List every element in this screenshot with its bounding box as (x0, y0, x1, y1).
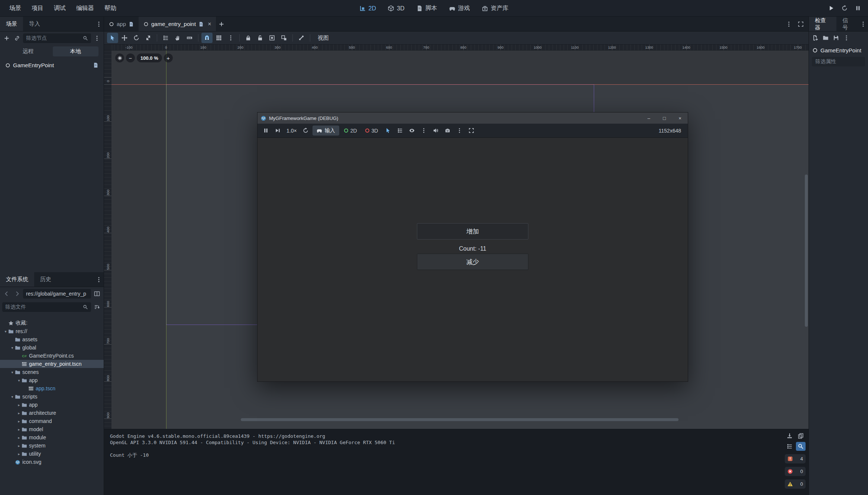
filter-files-input[interactable]: 筛选文件 (2, 302, 91, 312)
tree-arrow[interactable]: ▸ (16, 436, 22, 440)
select-tool-button[interactable] (107, 33, 118, 43)
tree-arrow[interactable]: ▸ (16, 444, 22, 448)
restart-button[interactable] (839, 3, 850, 13)
output-search-button[interactable] (796, 442, 806, 451)
tree-arrow[interactable]: ▾ (10, 370, 15, 374)
fs-tree-item[interactable]: ▸module (0, 433, 104, 442)
fs-tree-item[interactable]: ▸model (0, 425, 104, 433)
tree-arrow[interactable]: ▾ (16, 378, 22, 382)
game-visibility-button[interactable] (407, 126, 417, 136)
tree-arrow[interactable]: ▸ (16, 411, 22, 415)
scene-dock-menu-button[interactable] (94, 19, 104, 29)
tree-arrow[interactable]: ▸ (16, 419, 22, 423)
toggle-split-mode-button[interactable] (93, 289, 101, 298)
time-scale-selector[interactable]: 1.0× (284, 128, 299, 134)
add-scene-tab-button[interactable] (216, 19, 227, 29)
lock-selected-button[interactable] (243, 33, 254, 43)
filesystem-dock-menu-button[interactable] (94, 275, 104, 284)
game-selection-options-button[interactable] (418, 126, 429, 136)
output-warning-badge[interactable]: 0 (785, 479, 806, 489)
scene-tab-list-button[interactable] (783, 19, 794, 29)
canvas-vertical-scrollbar[interactable] (805, 175, 808, 327)
window-minimize-button[interactable]: – (641, 113, 657, 124)
camera-override-button[interactable] (442, 126, 453, 136)
workspace-tab[interactable]: 脚本 (411, 2, 442, 14)
scene-dock-tab[interactable]: 导入 (23, 17, 46, 31)
canvas-horizontal-scrollbar[interactable] (241, 418, 678, 421)
input-mode-button[interactable]: 输入 (312, 126, 339, 136)
smart-snap-toggle[interactable] (201, 33, 213, 43)
tree-arrow[interactable]: ▸ (16, 427, 22, 432)
snap-options-button[interactable] (225, 33, 236, 43)
fs-tree-item[interactable]: ▾global (0, 343, 104, 352)
fs-tree-item[interactable]: ▸utility (0, 450, 104, 458)
2d-viewport-canvas[interactable]: − 100.0 % + MyGFrameworkGame (DEBUG) – □… (111, 51, 809, 429)
fs-tree-item[interactable]: ▸app (0, 401, 104, 409)
fs-tree-item[interactable]: game_entry_point.tscn (0, 360, 104, 368)
output-message-badge[interactable]: 4 (785, 454, 806, 463)
inspector-dock-tab[interactable]: 信号 (836, 17, 859, 31)
ruler-tool-button[interactable] (184, 33, 195, 43)
menu-item[interactable]: 调试 (49, 3, 71, 14)
3d-mode-button[interactable]: 3D (362, 126, 382, 136)
fs-tree-item[interactable]: icon.svg (0, 458, 104, 466)
reset-speed-button[interactable] (301, 126, 311, 136)
resource-options-button[interactable] (842, 33, 851, 43)
center-view-button[interactable] (115, 53, 124, 62)
ungroup-selected-button[interactable] (278, 33, 289, 43)
load-resource-button[interactable] (821, 33, 830, 43)
scene-tree-root-node[interactable]: GameEntryPoint (1, 60, 102, 70)
zoom-level[interactable]: 100.0 % (137, 53, 162, 62)
suspend-button[interactable] (260, 126, 271, 136)
menu-item[interactable]: 场景 (4, 3, 26, 14)
fs-tree-item[interactable]: ▾scripts (0, 393, 104, 401)
fs-tree-item[interactable]: ▾scenes (0, 368, 104, 376)
decrease-button[interactable]: 减少 (417, 254, 528, 270)
output-collapse-button[interactable] (785, 442, 794, 451)
filesystem-dock-tab[interactable]: 历史 (34, 272, 57, 287)
fs-tree-item[interactable]: ▸system (0, 442, 104, 450)
game-list-select-button[interactable] (395, 126, 405, 136)
remote-tab[interactable]: 远程 (5, 46, 51, 56)
workspace-tab[interactable]: 游戏 (444, 2, 475, 14)
fs-tree-item[interactable]: ▾res:// (0, 327, 104, 335)
distraction-free-button[interactable] (795, 19, 806, 29)
output-error-badge[interactable]: 0 (785, 467, 806, 476)
scene-tree-menu-button[interactable] (93, 34, 101, 43)
tree-arrow[interactable]: ▾ (10, 395, 15, 399)
scene-dock-tab[interactable]: 场景 (0, 17, 23, 31)
zoom-in-button[interactable]: + (164, 53, 173, 62)
new-resource-button[interactable] (810, 33, 820, 43)
tree-arrow[interactable]: ▾ (3, 329, 8, 333)
fs-tree-item[interactable]: 收藏: (0, 319, 104, 327)
play-button[interactable] (826, 3, 837, 13)
camera-options-button[interactable] (454, 126, 464, 136)
grid-snap-toggle[interactable] (213, 33, 224, 43)
workspace-tab[interactable]: 资产库 (476, 2, 514, 14)
fs-tree-item[interactable]: assets (0, 335, 104, 343)
move-tool-button[interactable] (119, 33, 130, 43)
list-select-tool-button[interactable] (160, 33, 171, 43)
filesystem-dock-tab[interactable]: 文件系统 (0, 272, 34, 287)
file-sort-button[interactable] (93, 303, 101, 312)
game-select-tool-button[interactable] (383, 126, 393, 136)
local-tab[interactable]: 本地 (53, 46, 99, 56)
history-back-button[interactable] (2, 289, 11, 298)
history-forward-button[interactable] (13, 289, 22, 298)
inspector-dock-tab[interactable]: 检查器 (809, 17, 836, 31)
rotate-tool-button[interactable] (131, 33, 142, 43)
menu-item[interactable]: 帮助 (100, 3, 121, 14)
save-resource-button[interactable] (831, 33, 841, 43)
game-window-titlebar[interactable]: MyGFrameworkGame (DEBUG) – □ × (258, 113, 688, 124)
fs-tree-item[interactable]: ▸architecture (0, 409, 104, 417)
current-path-field[interactable]: res://global/game_entry_p (23, 289, 91, 299)
fs-tree-item[interactable]: ▸command (0, 417, 104, 425)
menu-item[interactable]: 编辑器 (71, 3, 99, 14)
unlock-selected-button[interactable] (255, 33, 266, 43)
output-copy-button[interactable] (796, 432, 806, 440)
zoom-out-button[interactable]: − (126, 53, 135, 62)
instance-scene-button[interactable] (13, 34, 22, 43)
tree-arrow[interactable]: ▸ (16, 403, 22, 407)
tree-arrow[interactable]: ▾ (10, 346, 15, 350)
pan-tool-button[interactable] (172, 33, 183, 43)
